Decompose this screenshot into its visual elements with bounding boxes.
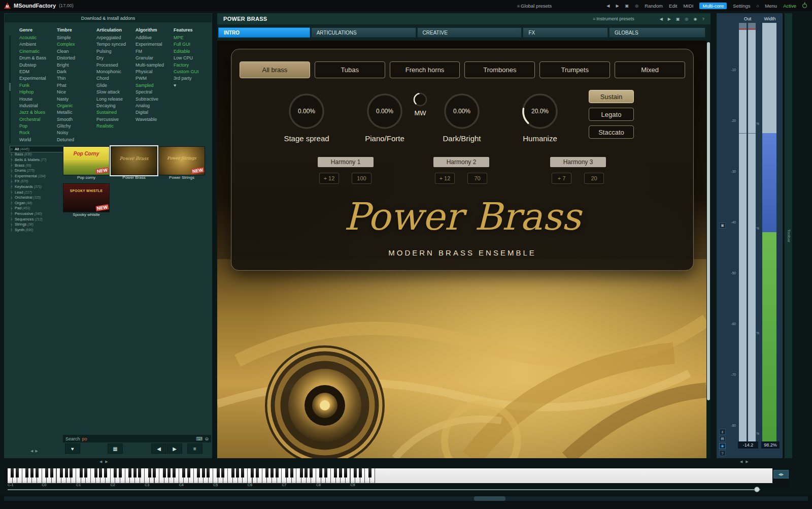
preset-thumb-pop-corny[interactable]: Pop CornyNEWPop corny bbox=[63, 146, 110, 180]
filter-item-custom-gui[interactable]: Custom GUI bbox=[174, 69, 206, 75]
black-key[interactable] bbox=[197, 468, 200, 478]
list-view-button[interactable]: ≡ bbox=[187, 443, 202, 454]
filter-item-mpe[interactable]: MPE bbox=[174, 35, 206, 41]
black-key[interactable] bbox=[11, 468, 14, 478]
filter-item-editable[interactable]: Editable bbox=[174, 48, 206, 55]
black-key[interactable] bbox=[114, 468, 117, 478]
black-key[interactable] bbox=[60, 468, 63, 478]
filter-item-granular[interactable]: Granular bbox=[136, 55, 174, 61]
filter-item-arpeggiated[interactable]: Arpeggiated bbox=[96, 35, 136, 41]
black-key[interactable] bbox=[339, 468, 342, 478]
black-key[interactable] bbox=[153, 468, 156, 478]
active-indicator[interactable]: Active bbox=[783, 3, 796, 9]
black-key[interactable] bbox=[50, 468, 53, 478]
black-key[interactable] bbox=[167, 468, 171, 478]
black-key[interactable] bbox=[173, 468, 176, 478]
content-scrollbar[interactable] bbox=[706, 41, 710, 458]
content-scrollbar-thumb[interactable] bbox=[707, 42, 710, 400]
tree-item-experimental[interactable]: ├Experimental(194) bbox=[10, 173, 64, 179]
filter-item-edm[interactable]: EDM bbox=[19, 69, 57, 75]
preset-thumb-spooky-whistle[interactable]: SPOOKY WHISTLENEWSpooky whistle bbox=[63, 183, 110, 217]
filter-item-pop[interactable]: Pop bbox=[19, 123, 57, 130]
melda-logo-icon[interactable]: M bbox=[4, 3, 11, 9]
tree-item-synth[interactable]: ├Synth(690) bbox=[10, 227, 64, 233]
black-key[interactable] bbox=[84, 468, 87, 478]
prev-instrument-preset-icon[interactable]: ◀ bbox=[660, 17, 663, 21]
tab-articulations[interactable]: ARTICULATIONS bbox=[311, 27, 416, 38]
harmony-1-interval[interactable]: + 12 bbox=[319, 173, 339, 184]
bottom-scrollbar[interactable] bbox=[0, 495, 812, 509]
black-key[interactable] bbox=[119, 468, 122, 478]
black-key[interactable] bbox=[217, 468, 220, 478]
filter-item-factory[interactable]: Factory bbox=[174, 62, 206, 69]
home-icon[interactable]: ⌂ bbox=[757, 4, 759, 8]
filter-item-pulsing[interactable]: Pulsing bbox=[96, 48, 136, 55]
filter-item-wavetable[interactable]: Wavetable bbox=[136, 116, 174, 123]
black-key[interactable] bbox=[265, 468, 268, 478]
filter-item-long-release[interactable]: Long release bbox=[96, 96, 136, 103]
black-key[interactable] bbox=[221, 468, 224, 478]
filter-item-industrial[interactable]: Industrial bbox=[19, 103, 57, 109]
meter-power-icon[interactable]: ◉ bbox=[719, 443, 726, 449]
filter-item-dark[interactable]: Dark bbox=[57, 69, 96, 75]
keyboard-icon[interactable]: ⌨ bbox=[196, 436, 202, 441]
filter-item-full-gui[interactable]: Full GUI bbox=[174, 41, 206, 48]
tab-intro[interactable]: INTRO bbox=[218, 27, 310, 38]
black-key[interactable] bbox=[207, 468, 210, 478]
power-icon[interactable] bbox=[802, 4, 807, 8]
black-key[interactable] bbox=[231, 468, 234, 478]
filter-item-physical[interactable]: Physical bbox=[136, 69, 174, 75]
bottom-scrollbar-thumb[interactable] bbox=[474, 496, 505, 501]
filter-item-experimental[interactable]: Experimental bbox=[136, 41, 174, 48]
view-icon[interactable]: ◉ bbox=[694, 17, 697, 21]
filter-scrollbar-thumb[interactable] bbox=[9, 83, 11, 91]
filter-item-drum-bass[interactable]: Drum & Bass bbox=[19, 55, 57, 61]
filter-item-complex[interactable]: Complex bbox=[57, 41, 96, 48]
meter-help-icon[interactable]: ? bbox=[719, 450, 726, 456]
harmony-button-3[interactable]: Harmony 3 bbox=[550, 157, 606, 167]
tree-item-organ[interactable]: ├Organ(48) bbox=[10, 200, 64, 206]
save-instrument-icon[interactable]: ▣ bbox=[676, 17, 680, 21]
tree-item-lead[interactable]: ├Lead(217) bbox=[10, 189, 64, 195]
black-key[interactable] bbox=[256, 468, 259, 478]
filter-item-processed[interactable]: Processed bbox=[96, 62, 136, 69]
filter-item-slow-attack[interactable]: Slow attack bbox=[96, 89, 136, 96]
help-icon[interactable]: ? bbox=[702, 17, 704, 21]
black-key[interactable] bbox=[300, 468, 303, 478]
next-result-button[interactable]: ▶ bbox=[167, 443, 182, 454]
filter-item-monophonic[interactable]: Monophonic bbox=[96, 69, 136, 75]
black-key[interactable] bbox=[290, 468, 293, 478]
black-key[interactable] bbox=[182, 468, 185, 478]
filter-item-phat[interactable]: Phat bbox=[57, 82, 96, 89]
black-key[interactable] bbox=[241, 468, 244, 478]
filter-item-metallic[interactable]: Metallic bbox=[57, 109, 96, 116]
black-key[interactable] bbox=[285, 468, 288, 478]
black-key[interactable] bbox=[148, 468, 151, 478]
harmony-button-2[interactable]: Harmony 2 bbox=[433, 157, 489, 167]
filter-item-sustained[interactable]: Sustained bbox=[96, 109, 136, 116]
filter-item-spectral[interactable]: Spectral bbox=[136, 89, 174, 96]
harmony-1-amount[interactable]: 100 bbox=[352, 173, 371, 184]
panel-icon[interactable]: ▣ bbox=[719, 222, 726, 229]
search-input[interactable] bbox=[82, 436, 194, 441]
harmony-2-interval[interactable]: + 12 bbox=[435, 173, 455, 184]
filter-item-funk[interactable]: Funk bbox=[19, 82, 57, 89]
black-key[interactable] bbox=[163, 468, 166, 478]
black-key[interactable] bbox=[304, 468, 308, 478]
section-button-trombones[interactable]: Trombones bbox=[464, 61, 535, 78]
browser-bottom-handle[interactable]: ◀ ▶ bbox=[30, 449, 39, 453]
filter-item-clean[interactable]: Clean bbox=[57, 48, 96, 55]
filter-item-low-cpu[interactable]: Low CPU bbox=[174, 55, 206, 61]
black-key[interactable] bbox=[310, 468, 313, 478]
section-button-french-horns[interactable]: French horns bbox=[390, 61, 460, 78]
black-key[interactable] bbox=[319, 468, 322, 478]
tree-item-bells-mallets[interactable]: ├Bells & Mallets(77) bbox=[10, 157, 64, 163]
tree-item-sequences[interactable]: ├Sequences(212) bbox=[10, 216, 64, 222]
keyboard-pan-control[interactable]: ◀▶ bbox=[773, 470, 789, 479]
global-presets-button[interactable]: ≡Global presets bbox=[517, 3, 552, 9]
filter-item-organic[interactable]: Organic bbox=[57, 103, 96, 109]
tree-item-all[interactable]: ⊙All(4445) bbox=[10, 146, 64, 152]
black-key[interactable] bbox=[36, 468, 39, 478]
section-button-mixed[interactable]: Mixed bbox=[615, 61, 685, 78]
articulation-sustain[interactable]: Sustain bbox=[589, 90, 634, 103]
